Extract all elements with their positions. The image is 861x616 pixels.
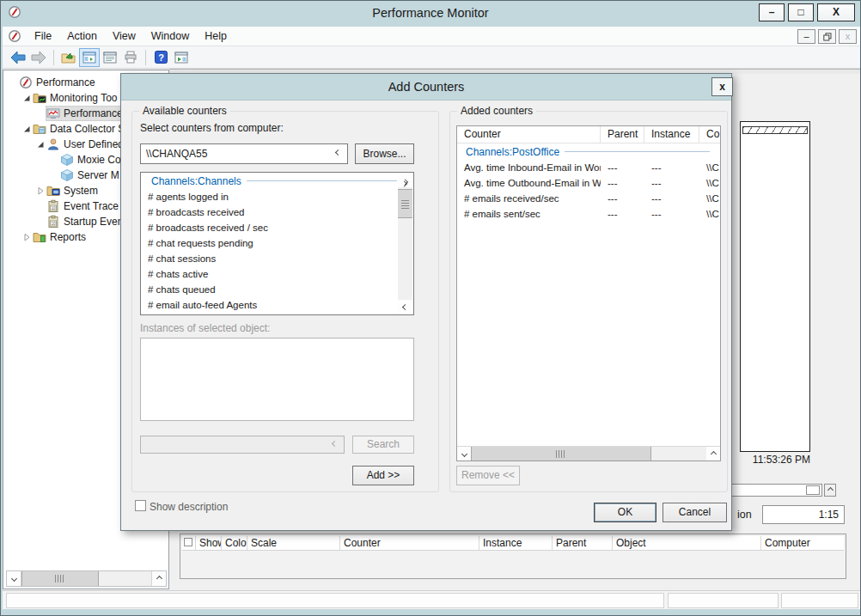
toolbar-forward-button[interactable] — [28, 48, 49, 67]
column-header-instance[interactable]: Instance — [644, 126, 699, 143]
cell-computer: \\C — [699, 178, 721, 188]
legend-select-all-checkbox[interactable] — [184, 538, 192, 546]
column-header-counter[interactable]: Counter — [457, 126, 601, 143]
legend-column-show[interactable]: Show — [196, 536, 222, 550]
menu-view[interactable]: View — [105, 27, 144, 46]
toolbar-console-tree-button[interactable] — [79, 48, 100, 67]
menu-help[interactable]: Help — [197, 27, 235, 46]
column-header-parent[interactable]: Parent — [601, 126, 644, 143]
selected-tree-item: Performance — [46, 107, 126, 120]
perfmon-root-icon — [19, 76, 33, 89]
available-list-scrollbar[interactable] — [398, 174, 412, 314]
scroll-right-button[interactable] — [151, 571, 166, 586]
expanded-arrow-icon[interactable] — [21, 94, 33, 102]
added-counter-row[interactable]: # emails received/sec------\\C — [457, 191, 720, 206]
folder-report-icon — [33, 230, 46, 244]
toolbar-new-window-button[interactable] — [171, 48, 192, 67]
scroll-right-button[interactable] — [824, 484, 836, 497]
tree-item-label: System — [64, 185, 98, 197]
cancel-button[interactable]: Cancel — [663, 503, 727, 522]
expanded-arrow-icon[interactable] — [34, 140, 46, 149]
collapsed-arrow-icon[interactable] — [21, 233, 33, 241]
toolbar-help-button[interactable]: ? — [150, 48, 171, 67]
scrollbar-thumb[interactable] — [471, 447, 651, 460]
counter-list-item[interactable]: # broadcasts received / sec — [141, 220, 413, 235]
toolbar-export-button[interactable] — [58, 48, 79, 67]
scrollbar-thumb[interactable] — [398, 189, 412, 218]
graph-top-hatch-bar — [742, 126, 808, 134]
chevron-down-icon — [332, 440, 338, 446]
legend-column-computer[interactable]: Computer — [761, 536, 842, 550]
performance-graph — [740, 121, 810, 452]
legend-column-instance[interactable]: Instance — [479, 536, 553, 550]
close-button[interactable]: X — [817, 3, 855, 21]
added-counter-row[interactable]: Avg. time Outbound-Email in W...------\\… — [457, 175, 720, 191]
added-counter-row[interactable]: Avg. time Inbound-Email in Wor...------\… — [457, 160, 720, 175]
expanded-arrow-icon[interactable] — [21, 125, 33, 133]
counter-group-header[interactable]: Channels:Channels — [141, 173, 413, 189]
mdi-restore-button[interactable] — [818, 29, 836, 44]
print-icon — [124, 51, 137, 64]
added-counter-row[interactable]: # emails sent/sec------\\C — [457, 206, 720, 222]
toolbar-separator — [145, 50, 146, 65]
instances-label: Instances of selected object: — [140, 322, 270, 334]
scrollbar-thumb[interactable] — [21, 571, 99, 586]
available-counters-list[interactable]: Channels:Channels# agents logged in# bro… — [140, 172, 414, 315]
counter-list-item[interactable]: # chat requests pending — [141, 235, 413, 251]
toolbar-print-button[interactable] — [120, 48, 141, 67]
counter-list-item[interactable]: # chats active — [141, 266, 413, 282]
status-panel — [668, 593, 779, 608]
maximize-button[interactable]: □ — [788, 3, 814, 21]
cell-counter: Avg. time Outbound-Email in W... — [457, 178, 601, 188]
legend-column-scale[interactable]: Scale — [247, 536, 340, 550]
svg-text:?: ? — [158, 52, 164, 63]
show-description-checkbox[interactable] — [135, 500, 146, 511]
scroll-left-button[interactable] — [457, 447, 471, 460]
counter-list-item[interactable]: # agents logged in — [141, 189, 413, 204]
scroll-right-button[interactable] — [706, 447, 720, 460]
ok-button[interactable]: OK — [594, 503, 656, 522]
legend-column-object[interactable]: Object — [613, 536, 761, 550]
dialog-close-button[interactable]: x — [711, 77, 733, 96]
cell-instance: --- — [644, 193, 699, 204]
counter-list-item[interactable]: # chats queued — [141, 282, 413, 297]
mdi-minimize-button[interactable]: – — [797, 29, 815, 44]
scrollbar-thumb[interactable] — [806, 485, 820, 495]
cell-computer: \\C — [699, 193, 721, 204]
clipboard-icon: 10 — [46, 199, 60, 213]
menu-file[interactable]: File — [27, 27, 59, 46]
cube-icon — [60, 168, 74, 182]
title-bar: Performance Monitor – □ X — [1, 1, 860, 26]
cell-computer: \\C — [699, 209, 721, 219]
folder-data-icon — [33, 122, 46, 136]
legend-column-counter[interactable]: Counter — [340, 536, 479, 550]
added-counters-table[interactable]: CounterParentInstanceCoChannels:PostOffi… — [456, 125, 721, 461]
menu-bar: FileActionViewWindowHelp – x — [3, 27, 860, 46]
toolbar-back-button[interactable] — [8, 48, 28, 67]
tree-horizontal-scrollbar[interactable] — [6, 570, 167, 587]
counter-list-item[interactable]: # email auto-feed Agents — [141, 297, 413, 313]
legend-column-color[interactable]: Color — [222, 536, 247, 550]
added-counter-group-header[interactable]: Channels:PostOffice — [457, 143, 720, 160]
minimize-button[interactable]: – — [759, 3, 785, 21]
tree-item-label: Monitoring Too — [50, 92, 118, 104]
counter-list-item[interactable]: # chat sessions — [141, 251, 413, 266]
column-header-co[interactable]: Co — [699, 126, 720, 143]
menu-window[interactable]: Window — [144, 27, 197, 46]
counter-list-item[interactable]: # broadcasts received — [141, 204, 413, 220]
scroll-left-button[interactable] — [7, 571, 21, 586]
computer-combobox[interactable]: \\CHANQA55 — [140, 143, 348, 164]
added-table-horizontal-scrollbar[interactable] — [457, 446, 720, 460]
add-button[interactable]: Add >> — [352, 466, 414, 485]
legend-column-parent[interactable]: Parent — [553, 536, 613, 550]
scroll-down-button[interactable] — [398, 300, 412, 314]
available-counters-group-label: Available counters — [139, 105, 230, 117]
select-computer-label: Select counters from computer: — [140, 122, 284, 134]
toolbar-properties-button[interactable] — [100, 48, 120, 67]
folder-system-icon — [46, 184, 60, 198]
menu-action[interactable]: Action — [59, 27, 105, 46]
toolbar: ? — [3, 46, 860, 69]
browse-button[interactable]: Browse... — [355, 143, 414, 164]
collapsed-arrow-icon[interactable] — [34, 186, 46, 195]
cell-counter: # emails sent/sec — [457, 209, 601, 219]
